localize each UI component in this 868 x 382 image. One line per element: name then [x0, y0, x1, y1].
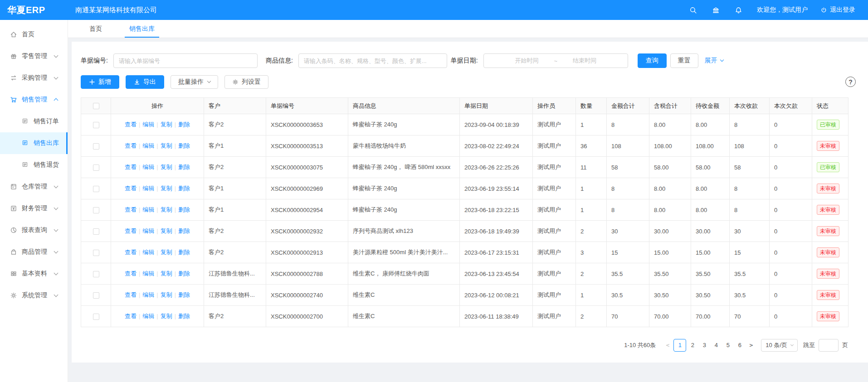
copy-link[interactable]: 复制 [161, 227, 172, 234]
sidebar-item-goods[interactable]: 商品管理 [0, 241, 68, 263]
delete-link[interactable]: 删除 [178, 206, 190, 213]
sidebar-item-warehouse[interactable]: 仓库管理 [0, 176, 68, 198]
delete-link[interactable]: 删除 [178, 270, 190, 277]
view-link[interactable]: 查看 [125, 164, 137, 170]
product-info-input[interactable] [298, 53, 447, 68]
page-button-5[interactable]: 5 [722, 339, 733, 352]
row-checkbox[interactable] [93, 143, 99, 150]
row-checkbox[interactable] [93, 186, 99, 192]
select-all-checkbox[interactable] [93, 103, 99, 109]
toolbar: 新增 导出 批量操作 列设置 ? [81, 75, 848, 89]
export-button[interactable]: 导出 [126, 75, 164, 89]
logout-button[interactable]: 退出登录 [820, 6, 855, 14]
logout-label: 退出登录 [830, 6, 855, 14]
sidebar-item-purchase[interactable]: 采购管理 [0, 67, 68, 89]
page-button-4[interactable]: 4 [711, 339, 722, 352]
batch-actions-button[interactable]: 批量操作 [171, 75, 218, 89]
edit-link[interactable]: 编辑 [142, 121, 154, 128]
view-link[interactable]: 查看 [125, 185, 137, 192]
prev-page-button[interactable]: < [662, 339, 673, 352]
sidebar-item-sales-order[interactable]: 销售订单 [0, 111, 68, 132]
delete-link[interactable]: 删除 [178, 227, 190, 234]
search-icon[interactable] [685, 0, 701, 20]
cell-qty: 2 [576, 306, 607, 327]
copy-link[interactable]: 复制 [161, 313, 172, 319]
sidebar-item-finance[interactable]: 财务管理 [0, 198, 68, 219]
sidebar-item-sales-return[interactable]: 销售退货 [0, 154, 68, 176]
edit-link[interactable]: 编辑 [142, 185, 154, 192]
sidebar-item-sales[interactable]: 销售管理 [0, 89, 68, 111]
cell-checkbox [81, 157, 111, 178]
page-button-6[interactable]: 6 [734, 339, 745, 352]
copy-link[interactable]: 复制 [161, 206, 172, 213]
expand-link[interactable]: 展开 [705, 57, 723, 65]
delete-link[interactable]: 删除 [178, 121, 190, 128]
view-link[interactable]: 查看 [125, 227, 137, 234]
edit-link[interactable]: 编辑 [142, 270, 154, 277]
view-link[interactable]: 查看 [125, 249, 137, 256]
cell-bill-no: XSCK00000003653 [266, 114, 348, 135]
edit-link[interactable]: 编辑 [142, 164, 154, 170]
page-button-3[interactable]: 3 [699, 339, 710, 352]
add-button[interactable]: 新增 [81, 75, 119, 89]
row-checkbox[interactable] [93, 292, 99, 299]
delete-link[interactable]: 删除 [178, 164, 190, 170]
row-checkbox[interactable] [93, 164, 99, 171]
copy-link[interactable]: 复制 [161, 249, 172, 256]
edit-link[interactable]: 编辑 [142, 227, 154, 234]
delete-link[interactable]: 删除 [178, 142, 190, 149]
copy-link[interactable]: 复制 [161, 142, 172, 149]
row-checkbox[interactable] [93, 250, 99, 256]
copy-link[interactable]: 复制 [161, 291, 172, 298]
cell-amount-tax: 8.00 [649, 178, 691, 199]
next-page-button[interactable]: > [746, 339, 756, 352]
row-checkbox[interactable] [93, 271, 99, 277]
view-link[interactable]: 查看 [125, 313, 137, 319]
row-checkbox[interactable] [93, 314, 99, 320]
copy-link[interactable]: 复制 [161, 185, 172, 192]
sidebar-item-retail[interactable]: 零售管理 [0, 45, 68, 67]
view-link[interactable]: 查看 [125, 121, 137, 128]
copy-link[interactable]: 复制 [161, 270, 172, 277]
sidebar-item-system[interactable]: 系统管理 [0, 285, 68, 306]
view-link[interactable]: 查看 [125, 142, 137, 149]
view-link[interactable]: 查看 [125, 206, 137, 213]
reset-button[interactable]: 重置 [670, 53, 698, 68]
page-button-1[interactable]: 1 [673, 339, 686, 352]
column-settings-button[interactable]: 列设置 [224, 75, 268, 89]
edit-link[interactable]: 编辑 [142, 206, 154, 213]
cell-received: 30 [730, 221, 770, 242]
row-checkbox[interactable] [93, 207, 99, 213]
sidebar-item-home[interactable]: 首页 [0, 24, 68, 45]
edit-link[interactable]: 编辑 [142, 313, 154, 319]
search-button[interactable]: 查询 [638, 53, 667, 68]
edit-link[interactable]: 编辑 [142, 142, 154, 149]
bank-icon[interactable] [708, 0, 723, 20]
tab-home[interactable]: 首页 [88, 20, 103, 38]
page-button-2[interactable]: 2 [687, 339, 698, 352]
copy-link[interactable]: 复制 [161, 121, 172, 128]
cell-actions: 查看|编辑|复制|删除 [111, 242, 204, 263]
view-link[interactable]: 查看 [125, 291, 137, 298]
edit-link[interactable]: 编辑 [142, 249, 154, 256]
delete-link[interactable]: 删除 [178, 291, 190, 298]
sidebar-item-report[interactable]: 报表查询 [0, 219, 68, 241]
copy-link[interactable]: 复制 [161, 164, 172, 170]
row-checkbox[interactable] [93, 228, 99, 235]
page-size-select[interactable]: 10 条/页 [761, 339, 798, 352]
delete-link[interactable]: 删除 [178, 249, 190, 256]
cell-status: 已审核 [812, 114, 848, 135]
delete-link[interactable]: 删除 [178, 313, 190, 319]
bell-icon[interactable] [731, 0, 746, 20]
jump-page-input[interactable] [819, 339, 839, 352]
sidebar-item-basic-data[interactable]: 基本资料 [0, 263, 68, 285]
row-checkbox[interactable] [93, 122, 99, 128]
view-link[interactable]: 查看 [125, 270, 137, 277]
delete-link[interactable]: 删除 [178, 185, 190, 192]
bill-no-input[interactable] [113, 53, 258, 68]
help-icon[interactable]: ? [845, 77, 856, 87]
tab-sales-outbound[interactable]: 销售出库 [128, 20, 156, 38]
sidebar-item-sales-outbound[interactable]: 销售出库 [0, 132, 68, 154]
date-range-input[interactable]: 开始时间 ~ 结束时间 [483, 53, 628, 68]
edit-link[interactable]: 编辑 [142, 291, 154, 298]
